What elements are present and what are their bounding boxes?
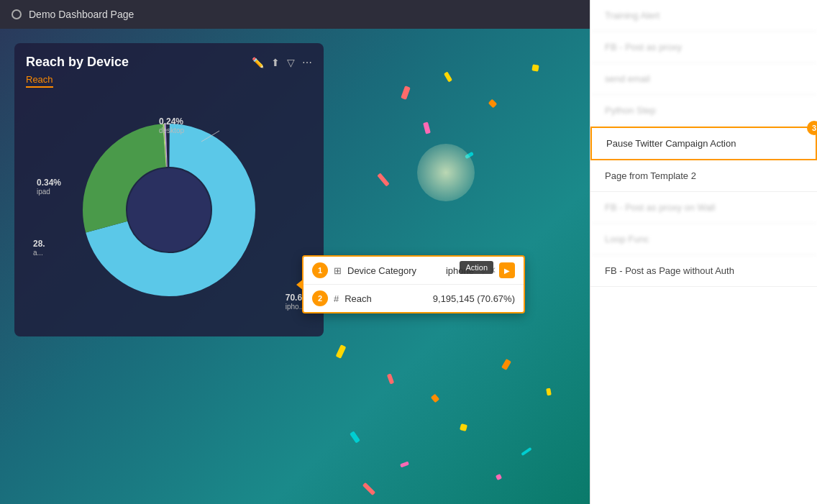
confetti bbox=[423, 122, 431, 134]
filter-icon[interactable]: ▽ bbox=[287, 57, 295, 68]
label-desktop: 0.24% desktop bbox=[159, 116, 184, 134]
share-icon[interactable]: ⬆ bbox=[271, 57, 280, 68]
panel-item-9[interactable]: FB - Post as Page without Auth bbox=[590, 255, 817, 287]
confetti bbox=[521, 447, 531, 456]
edit-icon[interactable]: ✏️ bbox=[252, 57, 264, 68]
confetti bbox=[488, 99, 498, 109]
confetti bbox=[501, 359, 511, 370]
more-icon[interactable]: ⋯ bbox=[302, 57, 312, 68]
play-button[interactable]: ▶ Action bbox=[499, 262, 515, 278]
panel-item-8[interactable]: Loop Func bbox=[590, 224, 817, 255]
confetti bbox=[377, 173, 389, 186]
panel-item-label-6: Page from Template 2 bbox=[605, 170, 696, 181]
confetti bbox=[362, 482, 375, 495]
confetti bbox=[546, 388, 552, 396]
chart-title: Reach by Device bbox=[26, 55, 129, 70]
metric-value: 9,195,145 (70.67%) bbox=[433, 293, 515, 304]
donut-chart-wrapper: 0.24% desktop 0.34% ipad 28. a... 70.6 i… bbox=[26, 95, 312, 325]
confetti bbox=[431, 394, 440, 403]
glow-effect bbox=[417, 144, 475, 201]
confetti bbox=[460, 423, 467, 431]
label-ipad: 0.34% ipad bbox=[37, 178, 61, 196]
confetti bbox=[444, 71, 452, 82]
device-label: Device Category bbox=[347, 265, 440, 276]
tooltip-actions: ▽ ✕ ▶ Action bbox=[480, 262, 515, 278]
panel-item-label-3: send email bbox=[605, 73, 650, 84]
confetti bbox=[531, 64, 539, 71]
confetti bbox=[400, 462, 409, 468]
panel-item-7[interactable]: FB - Post as proxy on Wall bbox=[590, 192, 817, 224]
panel-item-5-highlighted[interactable]: Pause Twitter Campaign Action 3 bbox=[590, 127, 817, 160]
item-badge-3: 3 bbox=[807, 121, 817, 135]
tooltip-row-device: 1 ⊞ Device Category iphone ▽ ✕ ▶ Action bbox=[303, 257, 524, 285]
panel-item-3[interactable]: send email bbox=[590, 63, 817, 95]
right-panel: Training Alert FB - Post as proxy send e… bbox=[590, 0, 817, 504]
chart-subtitle: Reach bbox=[26, 74, 53, 88]
chart-card: Reach by Device ✏️ ⬆ ▽ ⋯ Reach bbox=[14, 43, 324, 336]
tooltip-row-reach: 2 # Reach 9,195,145 (70.67%) bbox=[303, 285, 524, 312]
confetti bbox=[336, 344, 347, 359]
panel-item-4[interactable]: Python Step bbox=[590, 95, 817, 127]
panel-item-label-2: FB - Post as proxy bbox=[605, 42, 682, 52]
window-dot bbox=[12, 9, 22, 19]
card-icons: ✏️ ⬆ ▽ ⋯ bbox=[252, 57, 312, 68]
topbar: Demo Dashboard Page bbox=[0, 0, 590, 29]
panel-item-2[interactable]: FB - Post as proxy bbox=[590, 32, 817, 63]
card-header: Reach by Device ✏️ ⬆ ▽ ⋯ bbox=[26, 55, 312, 70]
panel-item-1[interactable]: Training Alert bbox=[590, 0, 817, 32]
page-title: Demo Dashboard Page bbox=[29, 9, 134, 20]
metric-icon: # bbox=[334, 293, 339, 304]
panel-item-label-8: Loop Func bbox=[605, 234, 649, 244]
confetti bbox=[387, 373, 394, 384]
donut-svg bbox=[68, 109, 270, 311]
panel-item-label-4: Python Step bbox=[605, 105, 656, 116]
confetti bbox=[350, 431, 360, 443]
metric-label: Reach bbox=[344, 293, 427, 304]
confetti bbox=[401, 86, 411, 100]
action-tooltip: Action bbox=[460, 261, 493, 274]
panel-item-6[interactable]: Page from Template 2 bbox=[590, 160, 817, 192]
panel-item-label-5: Pause Twitter Campaign Action bbox=[606, 138, 736, 149]
panel-item-label-9: FB - Post as Page without Auth bbox=[605, 265, 734, 276]
panel-item-label-7: FB - Post as proxy on Wall bbox=[605, 202, 715, 213]
device-icon: ⊞ bbox=[334, 265, 342, 276]
badge-2: 2 bbox=[312, 290, 328, 306]
confetti bbox=[496, 474, 502, 480]
tooltip-arrow bbox=[296, 279, 303, 290]
badge-1: 1 bbox=[312, 262, 328, 278]
donut-hole bbox=[127, 168, 211, 252]
tooltip-popup: 1 ⊞ Device Category iphone ▽ ✕ ▶ Action … bbox=[302, 255, 525, 313]
panel-item-label-1: Training Alert bbox=[605, 10, 659, 21]
label-android: 28. a... bbox=[33, 239, 45, 257]
